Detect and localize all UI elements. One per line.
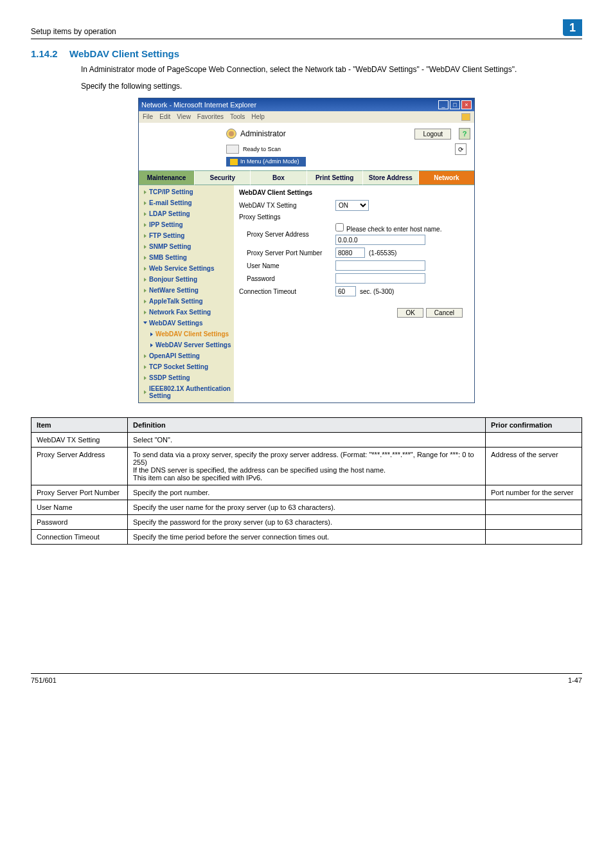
menu-file[interactable]: File xyxy=(143,113,153,121)
menu-view[interactable]: View xyxy=(177,113,191,121)
label-hostname-check: Please check to enter host name. xyxy=(346,226,441,233)
sidebar-sub-webdav-server[interactable]: WebDAV Server Settings xyxy=(139,339,234,350)
chapter-badge: 1 xyxy=(563,19,582,36)
sidebar-item-tcpip[interactable]: TCP/IP Setting xyxy=(139,186,234,197)
checkbox-hostname[interactable] xyxy=(335,223,344,231)
sidebar-item-ftp[interactable]: FTP Setting xyxy=(139,230,234,241)
tab-box[interactable]: Box xyxy=(251,170,306,185)
sidebar-item-networkfax[interactable]: Network Fax Setting xyxy=(139,307,234,318)
window-title: Network - Microsoft Internet Explorer xyxy=(141,101,438,109)
form-panel: WebDAV Client Settings WebDAV TX Setting… xyxy=(234,185,474,402)
select-tx[interactable]: ON xyxy=(335,200,369,211)
label-username: User Name xyxy=(239,262,335,269)
status-text: Ready to Scan xyxy=(243,146,281,152)
label-timeout: Connection Timeout xyxy=(239,288,335,295)
administrator-icon xyxy=(226,129,236,139)
sidebar-item-ipp[interactable]: IPP Setting xyxy=(139,219,234,230)
sidebar-item-ieee8021x[interactable]: IEEE802.1X Authentication Setting xyxy=(139,383,234,401)
input-proxy-port[interactable] xyxy=(335,248,365,258)
restore-button[interactable]: □ xyxy=(450,100,460,109)
text-port-range: (1-65535) xyxy=(369,249,396,257)
close-button[interactable]: × xyxy=(461,100,472,109)
form-heading: WebDAV Client Settings xyxy=(239,189,469,196)
cancel-button[interactable]: Cancel xyxy=(426,308,463,318)
menu-favorites[interactable]: Favorites xyxy=(197,113,224,121)
table-row: WebDAV TX SettingSelect "ON". xyxy=(31,433,582,448)
input-proxy-address[interactable] xyxy=(335,235,425,245)
text-timeout-unit: sec. (5-300) xyxy=(360,288,394,295)
th-definition: Definition xyxy=(128,418,486,433)
sidebar-item-openapi[interactable]: OpenAPI Setting xyxy=(139,350,234,361)
browser-window: Network - Microsoft Internet Explorer _ … xyxy=(138,98,475,403)
sidebar-item-ssdp[interactable]: SSDP Setting xyxy=(139,372,234,383)
table-row: Connection TimeoutSpecify the time perio… xyxy=(31,530,582,545)
section-paragraph-2: Specify the following settings. xyxy=(81,81,582,91)
tab-network[interactable]: Network xyxy=(419,170,474,185)
definitions-table: Item Definition Prior confirmation WebDA… xyxy=(31,417,582,545)
tab-maintenance[interactable]: Maintenance xyxy=(139,170,195,185)
ie-flag-icon xyxy=(461,113,470,121)
tab-store[interactable]: Store Address xyxy=(363,170,419,185)
help-button[interactable]: ? xyxy=(459,128,470,140)
section-paragraph-1: In Administrator mode of PageScope Web C… xyxy=(81,64,582,75)
footer-left: 751/601 xyxy=(31,676,57,684)
refresh-button[interactable]: ⟳ xyxy=(455,143,466,155)
menu-tools[interactable]: Tools xyxy=(230,113,245,121)
sidebar-item-netware[interactable]: NetWare Setting xyxy=(139,285,234,296)
table-row: Proxy Server Port NumberSpecify the port… xyxy=(31,485,582,500)
section-title: WebDAV Client Settings xyxy=(69,48,179,59)
ribbon-icon xyxy=(230,159,238,165)
sidebar-item-smb[interactable]: SMB Setting xyxy=(139,252,234,263)
label-proxy-section: Proxy Settings xyxy=(239,213,335,221)
minimize-button[interactable]: _ xyxy=(438,100,449,109)
administrator-label: Administrator xyxy=(240,129,286,138)
footer-right: 1-47 xyxy=(568,676,582,684)
label-proxy-address: Proxy Server Address xyxy=(239,231,335,238)
printer-status-icon xyxy=(226,145,239,154)
input-username[interactable] xyxy=(335,260,425,271)
label-proxy-port: Proxy Server Port Number xyxy=(239,249,335,257)
logout-button[interactable]: Logout xyxy=(414,129,451,140)
window-titlebar: Network - Microsoft Internet Explorer _ … xyxy=(139,98,474,111)
sidebar-item-webdav[interactable]: WebDAV Settings xyxy=(139,318,234,329)
tab-print[interactable]: Print Setting xyxy=(307,170,363,185)
th-item: Item xyxy=(31,418,128,433)
label-tx: WebDAV TX Setting xyxy=(239,202,335,209)
mode-ribbon[interactable]: In Menu (Admin Mode) xyxy=(226,157,306,167)
section-number: 1.14.2 xyxy=(31,48,64,59)
sidebar-item-snmp[interactable]: SNMP Setting xyxy=(139,241,234,252)
table-row: PasswordSpecify the password for the pro… xyxy=(31,515,582,530)
menu-edit[interactable]: Edit xyxy=(159,113,170,121)
running-header: Setup items by operation xyxy=(31,27,563,36)
sidebar-item-ldap[interactable]: LDAP Setting xyxy=(139,208,234,219)
menu-bar: File Edit View Favorites Tools Help xyxy=(139,111,474,123)
tab-bar: Maintenance Security Box Print Setting S… xyxy=(139,170,474,185)
sidebar-item-tcpsocket[interactable]: TCP Socket Setting xyxy=(139,361,234,372)
menu-help[interactable]: Help xyxy=(251,113,265,121)
label-password: Password xyxy=(239,275,335,282)
table-row: Proxy Server AddressTo send data via a p… xyxy=(31,448,582,485)
sidebar-item-bonjour[interactable]: Bonjour Setting xyxy=(139,274,234,285)
ok-button[interactable]: OK xyxy=(397,308,423,318)
th-prior: Prior confirmation xyxy=(486,418,582,433)
tab-security[interactable]: Security xyxy=(195,170,251,185)
sidebar-sub-webdav-client[interactable]: WebDAV Client Settings xyxy=(139,329,234,339)
table-row: User NameSpecify the user name for the p… xyxy=(31,500,582,515)
sidebar-item-appletalk[interactable]: AppleTalk Setting xyxy=(139,296,234,307)
sidebar: TCP/IP Setting E-mail Setting LDAP Setti… xyxy=(139,185,234,402)
sidebar-item-webservice[interactable]: Web Service Settings xyxy=(139,263,234,274)
input-password[interactable] xyxy=(335,273,425,284)
sidebar-item-email[interactable]: E-mail Setting xyxy=(139,197,234,208)
input-timeout[interactable] xyxy=(335,286,356,296)
